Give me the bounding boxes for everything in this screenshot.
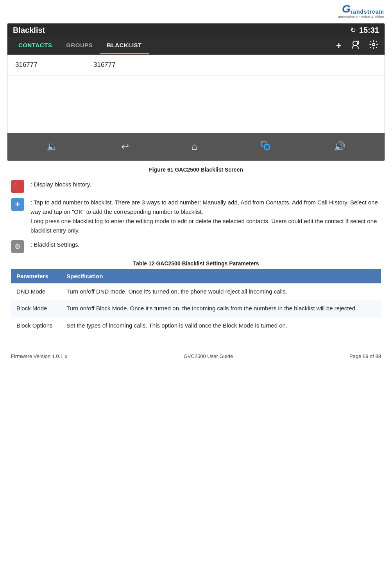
table-body: DND Mode Turn on/off DND mode. Once it's… (11, 283, 381, 334)
settings-desc: : Blacklist Settings. (30, 240, 381, 249)
svg-point-1 (372, 43, 375, 46)
add-blacklist-icon: + (11, 198, 24, 211)
table-row: DND Mode Turn on/off DND mode. Once it's… (11, 283, 381, 300)
page-number: Page 69 of 88 (349, 353, 381, 359)
volume-high-button[interactable]: 🔊 (328, 140, 352, 154)
firmware-version: Firmware Version 1.0.1.x (11, 353, 67, 359)
screen-title: Blacklist (13, 26, 45, 35)
tab-blacklist[interactable]: BLACKLIST (100, 37, 149, 54)
status-right: ↻ 15:31 (350, 26, 379, 35)
doc-title: GVC2500 User Guide (184, 353, 233, 359)
figure-caption: Figure 61 GAC2500 Blacklist Screen (0, 167, 392, 173)
table-row[interactable]: 316777 316777 (7, 55, 385, 75)
table-row: Block Mode Turn on/off Block Mode. Once … (11, 300, 381, 317)
contact-name: 316777 (15, 61, 78, 69)
call-history-button[interactable] (348, 38, 363, 53)
spec-dnd-mode: Turn on/off DND mode. Once it's turned o… (61, 283, 381, 300)
sync-icon: ↻ (350, 26, 356, 34)
table-title: Table 12 GAC2500 Blacklist Settings Para… (11, 260, 381, 267)
tab-bar: CONTACTS GROUPS BLACKLIST + (7, 37, 385, 55)
desc-block-history: 🚫 : Display blocks history. (11, 180, 381, 193)
volume-low-button[interactable]: 🔈 (40, 140, 64, 154)
param-dnd-mode: DND Mode (11, 283, 61, 300)
block-history-desc: : Display blocks history. (30, 180, 381, 189)
empty-area (7, 75, 385, 126)
status-bar: Blacklist ↻ 15:31 (7, 23, 385, 37)
home-button[interactable]: ⌂ (185, 140, 204, 154)
param-block-mode: Block Mode (11, 300, 61, 317)
svg-text:🚫: 🚫 (13, 182, 23, 191)
contact-number: 316777 (93, 61, 116, 69)
col-specification: Specification (61, 269, 381, 283)
col-parameters: Parameters (11, 269, 61, 283)
add-contact-button[interactable]: + (334, 39, 344, 53)
page-footer: Firmware Version 1.0.1.x GVC2500 User Gu… (0, 346, 392, 363)
desc-settings: ⚙ : Blacklist Settings. (11, 240, 381, 253)
tab-contacts[interactable]: CONTACTS (11, 37, 59, 54)
blacklist-settings-icon: ⚙ (11, 240, 24, 253)
desc-add-blacklist: + : Tap to add number to blacklist. Ther… (11, 198, 381, 235)
tab-groups[interactable]: GROUPS (59, 37, 100, 54)
add-blacklist-desc: : Tap to add number to blacklist. There … (30, 198, 381, 235)
table-header: Parameters Specification (11, 269, 381, 283)
params-table: Parameters Specification DND Mode Turn o… (11, 269, 381, 335)
table-row: Block Options Set the types of incoming … (11, 317, 381, 334)
tab-actions: + (334, 38, 381, 53)
back-button[interactable]: ↩ (115, 140, 135, 154)
body-content: 🚫 : Display blocks history. + : Tap to a… (0, 180, 392, 335)
recent-apps-button[interactable] (254, 138, 277, 155)
contact-list: 316777 316777 (7, 55, 385, 133)
block-history-icon: 🚫 (11, 180, 24, 193)
spec-block-options: Set the types of incoming calls. This op… (61, 317, 381, 334)
settings-button[interactable] (367, 38, 381, 53)
clock: 15:31 (359, 26, 379, 35)
param-block-options: Block Options (11, 317, 61, 334)
bottom-nav: 🔈 ↩ ⌂ 🔊 (7, 133, 385, 161)
spec-block-mode: Turn on/off Block Mode. Once it's turned… (61, 300, 381, 317)
svg-rect-3 (265, 145, 269, 149)
grandstream-logo: G randstream Innovative IP Voice & Video (338, 3, 384, 19)
device-frame: Blacklist ↻ 15:31 CONTACTS GROUPS BLACKL… (7, 23, 385, 161)
